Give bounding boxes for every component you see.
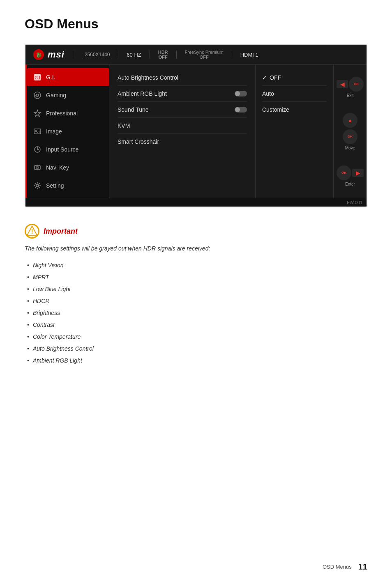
sidebar-image-label: Image — [46, 128, 62, 135]
osd-controls: ◀ OK Exit ▲ OK Move — [334, 65, 367, 198]
topbar-freesync: FreeSync Premium OFF — [185, 50, 224, 60]
menu-item-ambient-rgb[interactable]: Ambient RGB Light — [118, 86, 247, 102]
list-item: Contrast — [25, 319, 367, 331]
exit-left-arrow[interactable]: ◀ — [337, 80, 348, 88]
topbar-divider-2 — [118, 51, 118, 59]
sound-tune-toggle[interactable] — [235, 107, 247, 113]
sidebar-item-image[interactable]: Image — [27, 122, 109, 140]
auto-brightness-label: Auto Brightness Control — [118, 74, 178, 81]
svg-point-5 — [36, 94, 39, 96]
osd-middle-panel: Auto Brightness Control Ambient RGB Ligh… — [109, 65, 256, 198]
sidebar-item-gi[interactable]: G.I G.I. — [27, 68, 109, 86]
sidebar-item-setting[interactable]: Setting — [27, 177, 109, 195]
option-customize[interactable]: Customize — [262, 102, 327, 117]
smart-crosshair-label: Smart Crosshair — [118, 138, 159, 145]
list-item: Low Blue Light — [25, 283, 367, 295]
sidebar-gaming-label: Gaming — [46, 92, 66, 99]
osd-sidebar: G.I G.I. Gaming Professional — [27, 65, 109, 198]
image-icon — [33, 127, 42, 136]
sidebar-item-input-source[interactable]: Input Source — [27, 140, 109, 158]
exit-btn-group: ◀ OK Exit — [337, 77, 364, 98]
option-off-label: OFF — [270, 74, 281, 81]
topbar-divider-4 — [176, 51, 177, 59]
up-arrow-icon: ▲ — [348, 117, 353, 123]
sidebar-input-source-label: Input Source — [46, 146, 78, 153]
enter-label: Enter — [345, 182, 355, 186]
page-title: OSD Menus — [25, 16, 367, 32]
check-icon: ✓ — [262, 74, 267, 81]
gaming-icon — [33, 91, 42, 100]
osd-main: G.I G.I. Gaming Professional — [25, 65, 367, 198]
enter-right-arrow[interactable]: ▶ — [352, 169, 364, 177]
svg-point-11 — [36, 166, 39, 169]
exit-row: ◀ OK — [337, 77, 364, 92]
option-auto[interactable]: Auto — [262, 86, 327, 102]
topbar-freesync-label: FreeSync Premium — [185, 50, 224, 55]
exit-ok-btn[interactable]: OK — [349, 77, 364, 92]
menu-item-smart-crosshair[interactable]: Smart Crosshair — [118, 134, 247, 149]
option-off[interactable]: ✓ OFF — [262, 70, 327, 86]
list-item: Ambient RGB Light — [25, 355, 367, 367]
topbar-hdr-value: OFF — [158, 55, 168, 60]
osd-bottombar: FW.001 — [25, 198, 367, 207]
topbar-resolution: 2560X1440 — [85, 52, 110, 57]
page-footer: OSD Menus 11 — [323, 562, 367, 572]
ambient-rgb-toggle[interactable] — [235, 91, 247, 96]
topbar-hdmi: HDMI 1 — [240, 52, 258, 58]
list-item: MPRT — [25, 271, 367, 283]
sidebar-setting-label: Setting — [46, 182, 64, 189]
enter-btn-group: OK ▶ Enter — [337, 165, 364, 186]
enter-ok-label: OK — [341, 171, 346, 175]
navi-key-icon — [33, 163, 42, 172]
page-number: 11 — [358, 562, 367, 572]
sidebar-wrapper: G.I G.I. Gaming Professional — [25, 65, 109, 198]
footer-label: OSD Menus — [323, 564, 352, 570]
sidebar-navi-key-label: Navi Key — [46, 164, 69, 171]
osd-right-panel: ✓ OFF Auto Customize — [256, 65, 334, 198]
ambient-rgb-label: Ambient RGB Light — [118, 90, 167, 97]
msi-logo-text: msi — [48, 49, 65, 60]
menu-item-sound-tune[interactable]: Sound Tune — [118, 102, 247, 118]
important-header: Important — [25, 224, 367, 239]
osd-topbar: 🐉 msi 2560X1440 60 HZ HDR OFF FreeSync P… — [25, 45, 367, 65]
sidebar-professional-label: Professional — [46, 110, 78, 117]
move-label: Move — [345, 146, 355, 150]
msi-logo: 🐉 msi — [32, 49, 65, 60]
list-item: Brightness — [25, 307, 367, 319]
topbar-freesync-value: OFF — [185, 55, 224, 60]
input-source-icon — [33, 145, 42, 154]
sidebar-gi-label: G.I. — [46, 74, 55, 80]
move-up-btn[interactable]: ▲ — [343, 113, 357, 128]
enter-ok-btn[interactable]: OK — [337, 165, 351, 180]
important-section: Important The following settings will be… — [25, 224, 367, 367]
osd-ui: 🐉 msi 2560X1440 60 HZ HDR OFF FreeSync P… — [25, 44, 367, 207]
important-description: The following settings will be grayed ou… — [25, 244, 367, 253]
important-title: Important — [44, 227, 78, 236]
gi-icon: G.I — [33, 73, 42, 82]
list-item: Auto Brightness Control — [25, 343, 367, 355]
option-auto-label: Auto — [262, 90, 274, 97]
sidebar-item-professional[interactable]: Professional — [27, 104, 109, 122]
exit-label: Exit — [347, 93, 354, 98]
menu-item-auto-brightness[interactable]: Auto Brightness Control — [118, 70, 247, 86]
sidebar-item-gaming[interactable]: Gaming — [27, 86, 109, 104]
topbar-divider-1 — [73, 51, 73, 59]
topbar-divider-3 — [150, 51, 150, 59]
svg-point-12 — [36, 184, 39, 187]
list-item: HDCR — [25, 295, 367, 307]
menu-item-kvm[interactable]: KVM — [118, 118, 247, 134]
sound-tune-label: Sound Tune — [118, 106, 149, 113]
sidebar-item-navi-key[interactable]: Navi Key — [27, 158, 109, 177]
list-item: Night Vision — [25, 260, 367, 271]
list-item: Color Temperature — [25, 331, 367, 343]
svg-point-13 — [32, 233, 33, 234]
svg-text:G.I: G.I — [35, 76, 40, 80]
move-ok-btn[interactable]: OK — [343, 129, 357, 144]
topbar-hz: 60 HZ — [127, 52, 141, 58]
topbar-hdr: HDR OFF — [158, 50, 168, 60]
topbar-hdr-label: HDR — [158, 50, 168, 55]
msi-dragon-icon: 🐉 — [32, 49, 45, 60]
move-ok-label: OK — [348, 135, 353, 138]
ok-label: OK — [354, 82, 359, 86]
fw-version: FW.001 — [347, 200, 362, 205]
